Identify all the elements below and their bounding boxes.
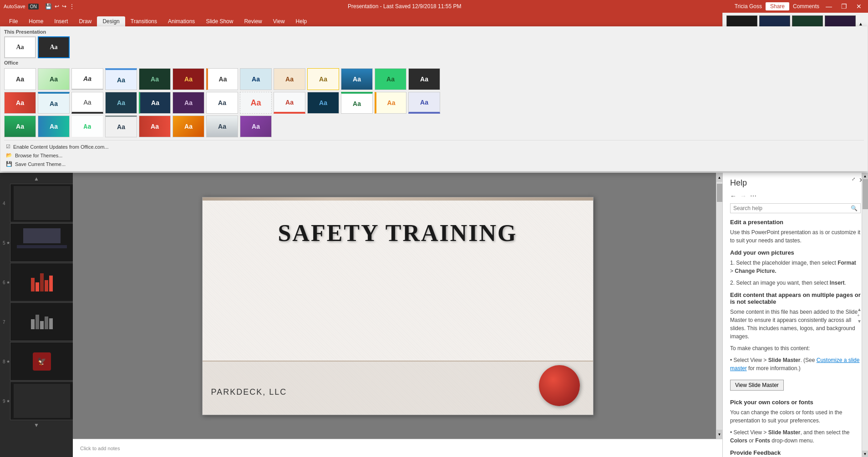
theme-office-r3-5[interactable]: Aa xyxy=(139,116,171,137)
help-expand-up[interactable]: ▲ xyxy=(857,306,862,311)
theme-office-r2-11[interactable]: Aa xyxy=(341,92,373,114)
scroll-thumb[interactable] xyxy=(717,184,722,202)
save-icon[interactable]: 💾 xyxy=(45,3,52,10)
slide-title: SAFETY TRAINING xyxy=(207,220,589,246)
theme-office-6[interactable]: Aa xyxy=(173,68,204,90)
theme-office-5[interactable]: Aa xyxy=(139,68,171,90)
tab-design[interactable]: Design xyxy=(97,16,125,26)
slide-thumb-6[interactable] xyxy=(10,263,73,301)
theme-office-r2-3[interactable]: Aa xyxy=(71,92,103,114)
theme-office-13[interactable]: Aa xyxy=(408,68,440,90)
help-search-icon[interactable]: 🔍 xyxy=(851,205,858,211)
tab-file[interactable]: File xyxy=(4,16,23,26)
slide-scroll-up[interactable]: ▲ xyxy=(2,175,71,183)
save-theme-action[interactable]: 💾 Save Current Theme... xyxy=(4,160,864,168)
slide-thumb-7[interactable] xyxy=(10,302,73,341)
theme-office-12[interactable]: Aa xyxy=(375,68,406,90)
this-presentation-label: This Presentation xyxy=(4,29,864,35)
multiple-page-text: Some content in this file has been added… xyxy=(730,308,861,341)
theme-office-r2-4[interactable]: Aa xyxy=(105,92,137,114)
theme-office-7[interactable]: Aa xyxy=(206,68,238,90)
theme-office-r2-13[interactable]: Aa xyxy=(408,92,440,114)
help-scrollbar[interactable] xyxy=(862,173,868,457)
tab-view[interactable]: View xyxy=(268,16,290,26)
more-icon[interactable]: ⋮ xyxy=(69,3,75,10)
theme-office-r3-3[interactable]: Aa xyxy=(71,116,103,137)
tab-review[interactable]: Review xyxy=(239,16,267,26)
theme-office-r2-5[interactable]: Aa xyxy=(139,92,171,114)
autosave-badge[interactable]: ON xyxy=(28,4,39,10)
close-btn[interactable]: ✕ xyxy=(853,3,864,10)
theme-office-r2-1[interactable]: Aa xyxy=(4,92,36,114)
help-expand-middle[interactable]: + xyxy=(857,312,862,317)
tab-home[interactable]: Home xyxy=(23,16,49,26)
edit-presentation-text: Use this PowerPoint presentation as is o… xyxy=(730,228,861,245)
browse-themes-action[interactable]: 📂 Browse for Themes... xyxy=(4,151,864,160)
slide-thumb-5[interactable] xyxy=(10,223,73,262)
undo-icon[interactable]: ↩ xyxy=(55,3,59,10)
theme-office-r2-6[interactable]: Aa xyxy=(173,92,204,114)
help-back-btn[interactable]: ← xyxy=(730,192,736,200)
comments-btn[interactable]: Comments xyxy=(793,3,819,10)
theme-current[interactable]: Aa xyxy=(38,36,70,58)
theme-office-r2-2[interactable]: Aa xyxy=(38,92,70,114)
slide-thumb-4[interactable] xyxy=(10,184,73,222)
redo-icon[interactable]: ↪ xyxy=(62,3,66,10)
theme-office-r3-1[interactable]: Aa xyxy=(4,116,36,137)
scroll-down-btn[interactable]: ▼ xyxy=(716,430,722,439)
slide-scrollbar[interactable]: ▲ ▼ xyxy=(716,173,722,439)
help-panel-controls: ▲ + ▼ xyxy=(857,306,862,323)
theme-office-1[interactable]: Aa xyxy=(4,68,36,90)
help-scroll-down[interactable]: ▼ xyxy=(862,451,868,457)
tab-animations[interactable]: Animations xyxy=(162,16,200,26)
theme-office-r2-7[interactable]: Aa xyxy=(206,92,238,114)
tab-help[interactable]: Help xyxy=(290,16,313,26)
help-forward-btn[interactable]: → xyxy=(740,192,746,200)
theme-office-r3-4[interactable]: Aa xyxy=(105,116,137,137)
enable-content-action[interactable]: ☑ Enable Content Updates from Office.com… xyxy=(4,142,864,151)
help-expand-down[interactable]: ▼ xyxy=(857,318,862,323)
theme-office-11[interactable]: Aa xyxy=(341,68,373,90)
slide-thumb-8[interactable]: 🦅 xyxy=(10,342,73,381)
theme-office-r2-9[interactable]: Aa xyxy=(274,92,305,114)
theme-office-3[interactable]: Aa xyxy=(71,68,103,90)
tab-transitions[interactable]: Transitions xyxy=(125,16,162,26)
help-scroll-up[interactable]: ▲ xyxy=(862,173,868,179)
help-search-box[interactable]: 🔍 xyxy=(730,203,861,213)
theme-office-r2-8[interactable]: Aa xyxy=(240,92,272,114)
theme-office-r3-6[interactable]: Aa xyxy=(173,116,204,137)
enable-content-label: Enable Content Updates from Office.com..… xyxy=(13,144,109,150)
view-slide-master-btn[interactable]: View Slide Master xyxy=(730,380,784,391)
tab-insert[interactable]: Insert xyxy=(49,16,73,26)
help-expand-btn[interactable]: ⤢ xyxy=(852,176,855,181)
tab-draw[interactable]: Draw xyxy=(73,16,97,26)
theme-office-r2-12[interactable]: Aa xyxy=(375,92,406,114)
restore-btn[interactable]: ❐ xyxy=(838,3,850,10)
slide-thumb-9[interactable] xyxy=(10,382,73,420)
office-section-label: Office xyxy=(4,60,864,65)
theme-office-10[interactable]: Aa xyxy=(307,68,339,90)
help-dots-btn[interactable]: ⋯ xyxy=(750,192,756,200)
add-step-2: 2. Select an image you want, then select… xyxy=(730,279,861,287)
theme-office-8[interactable]: Aa xyxy=(240,68,272,90)
theme-office-2[interactable]: Aa xyxy=(38,68,70,90)
slide-num-7: 7 xyxy=(3,319,5,324)
notes-bar[interactable]: Click to add notes xyxy=(73,439,722,457)
slide-logo xyxy=(539,365,580,406)
tab-slideshow[interactable]: Slide Show xyxy=(200,16,239,26)
help-search-input[interactable] xyxy=(733,205,851,211)
share-btn[interactable]: Share xyxy=(766,2,789,10)
theme-office-4[interactable]: Aa xyxy=(105,68,137,90)
minimize-btn[interactable]: — xyxy=(823,3,835,10)
scroll-up-btn[interactable]: ▲ xyxy=(716,173,722,182)
theme-office-r2-10[interactable]: Aa xyxy=(307,92,339,114)
slide-scroll-down[interactable]: ▼ xyxy=(2,421,71,429)
theme-office-9[interactable]: Aa xyxy=(274,68,305,90)
theme-office-r3-8[interactable]: Aa xyxy=(240,116,272,137)
slide-subtitle: PARKDECK, LLC xyxy=(211,387,287,397)
theme-office-r3-7[interactable]: Aa xyxy=(206,116,238,137)
theme-office-r3-2[interactable]: Aa xyxy=(38,116,70,137)
theme-blank[interactable]: Aa xyxy=(4,36,36,58)
help-panel: ✕ ⤢ Help ← → ⋯ 🔍 Edit a presentation Use… xyxy=(722,173,868,457)
slide-thumb-container-8: 8 ★ 🦅 xyxy=(2,342,71,381)
